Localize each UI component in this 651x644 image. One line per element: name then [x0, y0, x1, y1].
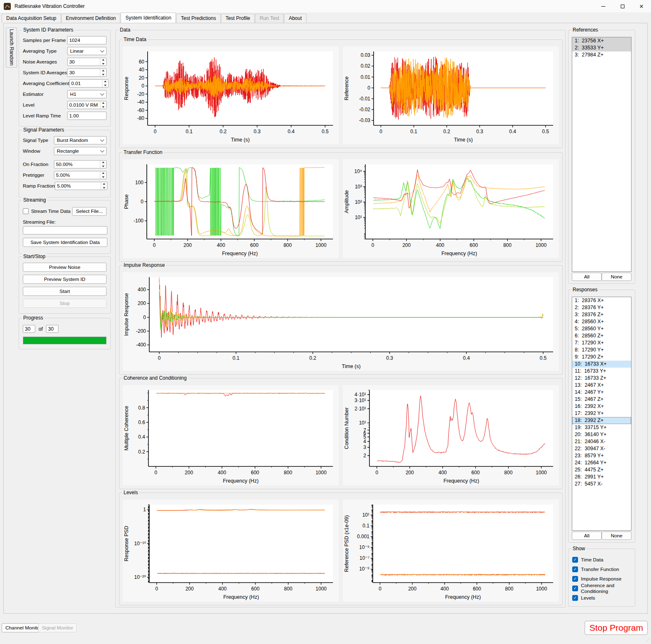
- response-list-item[interactable]: 19: 33715 Y+: [572, 424, 631, 431]
- responses-all-button[interactable]: All: [572, 532, 602, 540]
- reference-psd-chart[interactable]: 10¹0.10.00110⁻⁵10⁻⁷10⁻⁹02004006008001000…: [343, 500, 559, 602]
- response-list-item[interactable]: 18: 2392 Z+: [572, 417, 631, 424]
- spin-down-icon[interactable]: [100, 105, 106, 109]
- streaming-file-input[interactable]: [23, 226, 107, 234]
- responses-list[interactable]: 1: 28376 X+2: 28376 Y+3: 28376 Z+4: 2856…: [572, 297, 632, 531]
- averaging-type-select[interactable]: Linear: [67, 47, 107, 55]
- spin-down-icon[interactable]: [101, 186, 107, 190]
- multiple-coherence-chart[interactable]: 0.20.40.60.802004006008001000Frequency (…: [123, 385, 339, 485]
- responses-none-button[interactable]: None: [602, 532, 632, 540]
- response-list-item[interactable]: 6: 28560 Z+: [572, 332, 631, 339]
- spin-up-icon[interactable]: [100, 69, 106, 73]
- reference-list-item[interactable]: 1: 23756 X+: [572, 37, 631, 44]
- ramp-fraction-input[interactable]: [55, 182, 101, 190]
- spin-down-icon[interactable]: [100, 175, 106, 179]
- averaging-coefficient-input[interactable]: [70, 80, 102, 87]
- response-list-item[interactable]: 20: 36140 Y+: [572, 431, 631, 438]
- stop-program-button[interactable]: Stop Program: [585, 621, 648, 635]
- spin-down-icon[interactable]: [100, 62, 106, 66]
- response-list-item[interactable]: 27: 5457 X-: [572, 481, 631, 488]
- response-list-item[interactable]: 23: 8579 Y+: [572, 452, 631, 459]
- response-list-item[interactable]: 11: 16733 Y+: [572, 368, 631, 375]
- transfer-function-phase-chart[interactable]: -100010002004006008001000Frequency (Hz)P…: [123, 159, 339, 258]
- close-button[interactable]: ✕: [632, 0, 651, 12]
- checkbox-checked-icon[interactable]: ✓: [572, 576, 578, 582]
- time-response-chart[interactable]: -80-60-40-20020406000.10.20.30.40.5Time …: [123, 46, 339, 144]
- tab-system-identification[interactable]: System Identification: [121, 12, 176, 23]
- samples-per-frame-input[interactable]: [67, 36, 107, 44]
- response-list-item[interactable]: 13: 2467 X+: [572, 382, 631, 389]
- resize-grip[interactable]: ⋰: [645, 638, 650, 643]
- response-list-item[interactable]: 1: 28376 X+: [572, 297, 631, 304]
- condition-number-chart[interactable]: 23456710¹2·10¹3·10¹4·10¹0200400600800100…: [343, 385, 559, 485]
- response-list-item[interactable]: 8: 17290 Y+: [572, 346, 631, 354]
- svg-text:10⁻¹⁰: 10⁻¹⁰: [134, 541, 146, 546]
- system-id-averages-input[interactable]: [68, 69, 100, 76]
- response-list-item[interactable]: 5: 28560 Y+: [572, 325, 631, 332]
- response-list-item[interactable]: 10: 16733 X+: [572, 361, 631, 368]
- signal-type-select[interactable]: Burst Random: [54, 136, 107, 144]
- response-list-item[interactable]: 22: 30947 X-: [572, 445, 631, 452]
- spin-up-icon[interactable]: [100, 171, 106, 175]
- side-tab-launch-random[interactable]: Launch Random: [6, 27, 17, 68]
- response-list-item[interactable]: 12: 16733 Z+: [572, 375, 631, 382]
- preview-system-id-button[interactable]: Preview System ID: [23, 275, 107, 284]
- svg-text:0: 0: [375, 470, 378, 476]
- checkbox-checked-icon[interactable]: ✓: [572, 557, 578, 563]
- spin-up-icon[interactable]: [100, 101, 106, 105]
- time-reference-chart[interactable]: -0.03-0.02-0.0100.010.020.0300.10.20.30.…: [343, 46, 559, 144]
- response-list-item[interactable]: 7: 17290 X+: [572, 339, 631, 346]
- spin-down-icon[interactable]: [100, 73, 106, 76]
- checkbox-checked-icon[interactable]: ✓: [572, 595, 578, 601]
- estimator-select[interactable]: H1: [67, 90, 107, 98]
- response-list-item[interactable]: 17: 2392 Y+: [572, 410, 631, 417]
- on-fraction-input[interactable]: [54, 161, 100, 168]
- tab-environment-definition[interactable]: Environment Definition: [61, 14, 121, 23]
- response-list-item[interactable]: 15: 2467 Z+: [572, 396, 631, 403]
- response-list-item[interactable]: 21: 24046 X-: [572, 438, 631, 445]
- references-none-button[interactable]: None: [602, 273, 632, 281]
- transfer-function-amplitude-chart[interactable]: 10¹10²10³10⁴02004006008001000Frequency (…: [343, 159, 559, 258]
- reference-list-item[interactable]: 2: 33533 Y+: [572, 44, 631, 51]
- spin-up-icon[interactable]: [100, 58, 106, 62]
- spin-up-icon[interactable]: [102, 80, 108, 83]
- window-select[interactable]: Rectangle: [54, 147, 107, 155]
- tab-test-predictions[interactable]: Test Predictions: [176, 14, 221, 23]
- response-list-item[interactable]: 16: 2392 X+: [572, 403, 631, 410]
- references-all-button[interactable]: All: [572, 273, 602, 281]
- spin-up-icon[interactable]: [101, 182, 107, 186]
- spin-down-icon[interactable]: [102, 83, 108, 87]
- select-file-button[interactable]: Select File...: [72, 207, 107, 216]
- stream-time-data-checkbox[interactable]: [23, 208, 29, 214]
- spin-up-icon[interactable]: [100, 161, 106, 164]
- response-list-item[interactable]: 9: 17290 Z+: [572, 354, 631, 361]
- response-list-item[interactable]: 3: 28376 Z+: [572, 311, 631, 318]
- spin-down-icon[interactable]: [100, 164, 106, 168]
- minimize-button[interactable]: [594, 0, 613, 12]
- level-ramp-time-input[interactable]: [67, 112, 107, 120]
- response-list-item[interactable]: 14: 2467 Y+: [572, 389, 631, 396]
- checkbox-checked-icon[interactable]: ✓: [572, 585, 578, 591]
- pretrigger-input[interactable]: [54, 171, 100, 179]
- save-system-identification-data-button[interactable]: Save System Identification Data: [23, 238, 107, 247]
- tab-test-profile[interactable]: Test Profile: [221, 14, 255, 23]
- progress-current-input[interactable]: [23, 325, 35, 333]
- response-list-item[interactable]: 2: 28376 Y+: [572, 304, 631, 311]
- noise-averages-input[interactable]: [68, 58, 100, 66]
- checkbox-checked-icon[interactable]: ✓: [572, 566, 578, 572]
- tab-about[interactable]: About: [284, 14, 306, 23]
- maximize-button[interactable]: [613, 0, 632, 12]
- level-input[interactable]: [68, 101, 100, 109]
- start-button[interactable]: Start: [23, 287, 107, 296]
- preview-noise-button[interactable]: Preview Noise: [23, 263, 107, 272]
- references-list[interactable]: 1: 23756 X+2: 33533 Y+3: 27984 Z+: [572, 37, 632, 272]
- response-psd-chart[interactable]: 110⁻¹⁰10⁻²⁰02004006008001000Frequency (H…: [123, 500, 339, 602]
- response-list-item[interactable]: 4: 28560 X+: [572, 318, 631, 325]
- response-list-item[interactable]: 24: 12664 Y+: [572, 459, 631, 466]
- response-list-item[interactable]: 26: 2991 Y+: [572, 473, 631, 481]
- response-list-item[interactable]: 25: 4475 Z+: [572, 466, 631, 473]
- tab-data-acquisition-setup[interactable]: Data Acquisition Setup: [2, 14, 61, 23]
- impulse-response-chart[interactable]: -400-200020040000.10.20.30.40.5Time (s)I…: [123, 272, 559, 371]
- progress-total-input[interactable]: [46, 325, 58, 333]
- reference-list-item[interactable]: 3: 27984 Z+: [572, 51, 631, 59]
